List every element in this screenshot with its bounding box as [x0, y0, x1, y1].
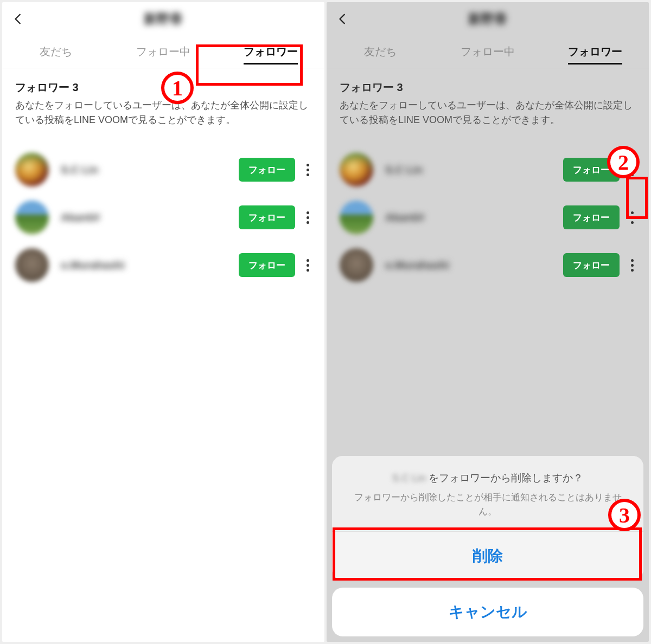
- action-sheet-header: S.C Lin をフォロワーから削除しますか？ フォロワーから削除したことが相手…: [332, 456, 643, 531]
- delete-button[interactable]: 削除: [332, 531, 643, 580]
- tab-followers[interactable]: フォロワー: [541, 36, 649, 68]
- more-icon[interactable]: [298, 211, 317, 224]
- action-sheet-subtitle: フォロワーから削除したことが相手に通知されることはありません。: [348, 491, 627, 518]
- screenshot-right: 新野香 友だち フォロー中 フォロワー フォロワー 3 あなたをフォローしている…: [327, 2, 649, 642]
- followers-section-header: フォロワー 3 あなたをフォローしているユーザーは、あなたが全体公開に設定してい…: [327, 68, 649, 135]
- follower-list: S.C Lin フォロー Akanti# フォロー o.Murahashi フォ…: [2, 135, 324, 289]
- follow-button[interactable]: フォロー: [563, 158, 620, 182]
- follow-button[interactable]: フォロー: [239, 253, 295, 277]
- followers-section-header: フォロワー 3 あなたをフォローしているユーザーは、あなたが全体公開に設定してい…: [2, 68, 324, 135]
- follower-name: o.Murahashi: [385, 259, 563, 272]
- tab-following[interactable]: フォロー中: [434, 36, 541, 68]
- list-item: o.Murahashi フォロー: [327, 241, 649, 289]
- list-item: o.Murahashi フォロー: [2, 241, 324, 289]
- follower-name: Akanti#: [385, 211, 563, 224]
- header: 新野香: [327, 2, 649, 36]
- follower-list: S.C Lin フォロー Akanti# フォロー o.Murahashi フォ…: [327, 135, 649, 289]
- followers-desc: あなたをフォローしているユーザーは、あなたが全体公開に設定している投稿をLINE…: [15, 98, 311, 127]
- more-icon[interactable]: [623, 259, 641, 272]
- list-item: Akanti# フォロー: [2, 194, 324, 241]
- cancel-button[interactable]: キャンセル: [332, 588, 643, 636]
- more-icon[interactable]: [298, 164, 317, 176]
- more-icon[interactable]: [623, 211, 641, 224]
- list-item: Akanti# フォロー: [327, 194, 649, 241]
- tab-following[interactable]: フォロー中: [110, 36, 217, 68]
- avatar[interactable]: [340, 201, 373, 234]
- avatar[interactable]: [340, 153, 373, 186]
- action-sheet-card: S.C Lin をフォロワーから削除しますか？ フォロワーから削除したことが相手…: [332, 456, 643, 580]
- page-title: 新野香: [468, 10, 507, 28]
- follower-name: S.C Lin: [61, 164, 239, 176]
- list-item: S.C Lin フォロー: [2, 146, 324, 194]
- avatar[interactable]: [15, 201, 49, 234]
- list-item: S.C Lin フォロー: [327, 146, 649, 194]
- action-sheet-target-name: S.C Lin: [392, 472, 426, 484]
- follower-name: o.Murahashi: [61, 259, 239, 272]
- screenshot-left: 新野香 友だち フォロー中 フォロワー フォロワー 3 あなたをフォローしている…: [2, 2, 324, 642]
- tab-friends[interactable]: 友だち: [327, 36, 434, 68]
- back-icon[interactable]: [332, 8, 354, 30]
- followers-count-title: フォロワー 3: [340, 80, 636, 95]
- tab-followers[interactable]: フォロワー: [217, 36, 324, 68]
- follower-name: S.C Lin: [385, 164, 563, 176]
- follow-button[interactable]: フォロー: [239, 205, 295, 229]
- page-title: 新野香: [144, 10, 183, 28]
- header: 新野香: [2, 2, 324, 36]
- more-icon[interactable]: [623, 164, 641, 176]
- action-sheet-title: S.C Lin をフォロワーから削除しますか？: [348, 471, 627, 485]
- more-icon[interactable]: [298, 259, 317, 272]
- tab-friends[interactable]: 友だち: [2, 36, 110, 68]
- tabs: 友だち フォロー中 フォロワー: [327, 36, 649, 68]
- follow-button[interactable]: フォロー: [563, 205, 620, 229]
- back-icon[interactable]: [8, 8, 29, 30]
- follow-button[interactable]: フォロー: [239, 158, 295, 182]
- action-sheet: S.C Lin をフォロワーから削除しますか？ フォロワーから削除したことが相手…: [327, 450, 649, 642]
- followers-count-title: フォロワー 3: [15, 80, 311, 95]
- follower-name: Akanti#: [61, 211, 239, 224]
- tabs: 友だち フォロー中 フォロワー: [2, 36, 324, 68]
- avatar[interactable]: [340, 248, 373, 282]
- action-sheet-title-suffix: をフォロワーから削除しますか？: [429, 472, 583, 484]
- follow-button[interactable]: フォロー: [563, 253, 620, 277]
- avatar[interactable]: [15, 153, 49, 186]
- followers-desc: あなたをフォローしているユーザーは、あなたが全体公開に設定している投稿をLINE…: [340, 98, 636, 127]
- avatar[interactable]: [15, 248, 49, 282]
